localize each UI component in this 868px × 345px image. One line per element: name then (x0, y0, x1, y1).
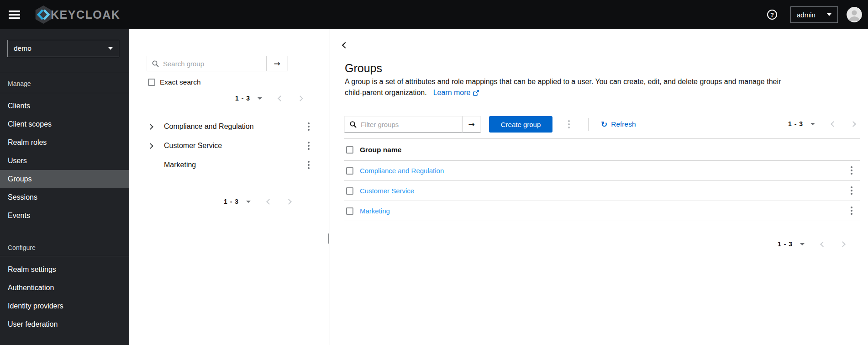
sidebar-item-users[interactable]: Users (0, 152, 129, 170)
sidebar-item-user-federation[interactable]: User federation (0, 315, 129, 334)
collapse-drawer-chevron-left-icon[interactable] (342, 42, 348, 48)
external-link-icon (473, 90, 479, 96)
sidebar-item-realm-roles[interactable]: Realm roles (0, 133, 129, 152)
divider (0, 72, 129, 72)
main-panel: Groups A group is a set of attributes an… (330, 29, 868, 345)
row-checkbox[interactable] (346, 187, 353, 195)
filter-groups-field (344, 116, 462, 133)
username: admin (797, 11, 815, 19)
search-icon (152, 60, 159, 67)
page-description: A group is a set of attributes and role … (345, 76, 781, 98)
table-pagination-top: 1 - 3 (788, 120, 855, 127)
caret-down-icon[interactable] (810, 123, 815, 125)
sidebar-item-clients[interactable]: Clients (0, 97, 129, 115)
group-link[interactable]: Marketing (360, 207, 390, 215)
tree-item-label[interactable]: Compliance and Regulation (164, 122, 254, 131)
tree-item-customer-service: Customer Service (129, 137, 330, 156)
page-title: Groups (345, 62, 382, 75)
keycloak-logo: KEYCLOAK (34, 5, 120, 24)
sidebar-item-identity-providers[interactable]: Identity providers (0, 297, 129, 315)
arrow-right-icon: → (468, 120, 474, 129)
learn-more-link[interactable]: Learn more (433, 87, 479, 98)
kebab-menu-icon[interactable] (847, 205, 856, 217)
pagination-range: 1 - 3 (788, 120, 803, 127)
table-row-customer-service: Customer Service (344, 181, 860, 201)
create-group-button[interactable]: Create group (489, 116, 552, 133)
group-link[interactable]: Compliance and Regulation (360, 167, 444, 175)
user-dropdown[interactable]: admin (790, 6, 838, 23)
sidebar-item-authentication[interactable]: Authentication (0, 279, 129, 297)
toolbar-kebab-menu-icon[interactable] (565, 119, 573, 131)
realm-selector-value: demo (14, 44, 32, 53)
filter-groups-input[interactable] (361, 121, 458, 128)
pagination-range: 1 - 3 (235, 95, 250, 102)
tree-item-compliance-and-regulation: Compliance and Regulation (129, 117, 330, 137)
tree-item-label[interactable]: Marketing (164, 161, 196, 169)
tree-pagination-top: 1 - 3 (235, 95, 302, 102)
sidebar-nav: demo Manage Clients Client scopes Realm … (0, 29, 129, 345)
chevron-left-icon[interactable] (820, 241, 826, 247)
search-icon (350, 121, 357, 128)
filter-submit-button[interactable]: → (462, 116, 481, 133)
caret-down-icon[interactable] (800, 243, 805, 245)
product-name: KEYCLOAK (51, 8, 120, 21)
chevron-left-icon[interactable] (266, 199, 272, 205)
realm-selector[interactable]: demo (7, 40, 119, 57)
chevron-left-icon[interactable] (278, 96, 284, 101)
hamburger-menu-icon[interactable] (9, 11, 20, 19)
kebab-menu-icon[interactable] (305, 159, 313, 171)
group-tree-panel: → Exact search 1 - 3 Compliance and Regu… (129, 29, 330, 345)
chevron-right-icon[interactable] (286, 199, 292, 205)
chevron-left-icon[interactable] (831, 121, 836, 127)
kebab-menu-icon[interactable] (847, 165, 856, 177)
nav-section-configure: Configure (8, 244, 36, 251)
chevron-down-icon (108, 47, 113, 50)
row-checkbox[interactable] (346, 167, 353, 175)
masthead: KEYCLOAK ? admin (0, 0, 868, 29)
tree-item-label[interactable]: Customer Service (164, 142, 222, 150)
chevron-right-icon[interactable] (850, 121, 856, 127)
nav-section-manage: Manage (8, 80, 31, 87)
group-search-input[interactable] (163, 60, 262, 68)
row-checkbox[interactable] (346, 207, 353, 215)
arrow-right-icon: → (274, 59, 280, 68)
avatar[interactable] (847, 7, 862, 22)
kebab-menu-icon[interactable] (305, 140, 313, 152)
table-pagination-bottom: 1 - 3 (778, 240, 845, 248)
sidebar-item-sessions[interactable]: Sessions (0, 188, 129, 207)
select-all-checkbox[interactable] (346, 146, 353, 154)
help-icon[interactable]: ? (767, 10, 777, 20)
table-header-row: Group name (344, 138, 860, 161)
tree-item-marketing: Marketing (129, 156, 330, 175)
caret-down-icon[interactable] (258, 97, 262, 100)
chevron-right-icon[interactable] (840, 241, 846, 247)
exact-search-checkbox[interactable] (148, 79, 155, 86)
sidebar-item-events[interactable]: Events (0, 207, 129, 225)
tree-pagination-bottom: 1 - 3 (224, 198, 291, 205)
keycloak-logo-icon (34, 5, 53, 24)
exact-search-label: Exact search (160, 78, 201, 86)
chevron-right-icon[interactable] (297, 96, 303, 101)
expand-chevron-right-icon[interactable] (147, 143, 153, 149)
divider (0, 256, 129, 256)
refresh-icon: ↻ (601, 121, 607, 128)
caret-down-icon[interactable] (246, 201, 251, 203)
expand-chevron-right-icon[interactable] (147, 124, 153, 130)
search-submit-button[interactable]: → (266, 56, 288, 71)
avatar-icon (847, 7, 862, 22)
divider (588, 118, 589, 131)
group-search-field (147, 56, 266, 71)
divider (140, 114, 319, 114)
sidebar-item-client-scopes[interactable]: Client scopes (0, 115, 129, 133)
refresh-button[interactable]: ↻ Refresh (601, 120, 636, 128)
chevron-down-icon (827, 13, 831, 16)
sidebar-item-realm-settings[interactable]: Realm settings (0, 260, 129, 279)
groups-table: Group name Compliance and Regulation Cus… (344, 138, 860, 221)
group-link[interactable]: Customer Service (360, 187, 414, 195)
pagination-range: 1 - 3 (778, 240, 793, 248)
column-header-group-name: Group name (360, 146, 401, 154)
sidebar-item-groups[interactable]: Groups (0, 170, 129, 188)
kebab-menu-icon[interactable] (305, 121, 313, 133)
table-row-marketing: Marketing (344, 201, 860, 221)
kebab-menu-icon[interactable] (847, 185, 856, 197)
